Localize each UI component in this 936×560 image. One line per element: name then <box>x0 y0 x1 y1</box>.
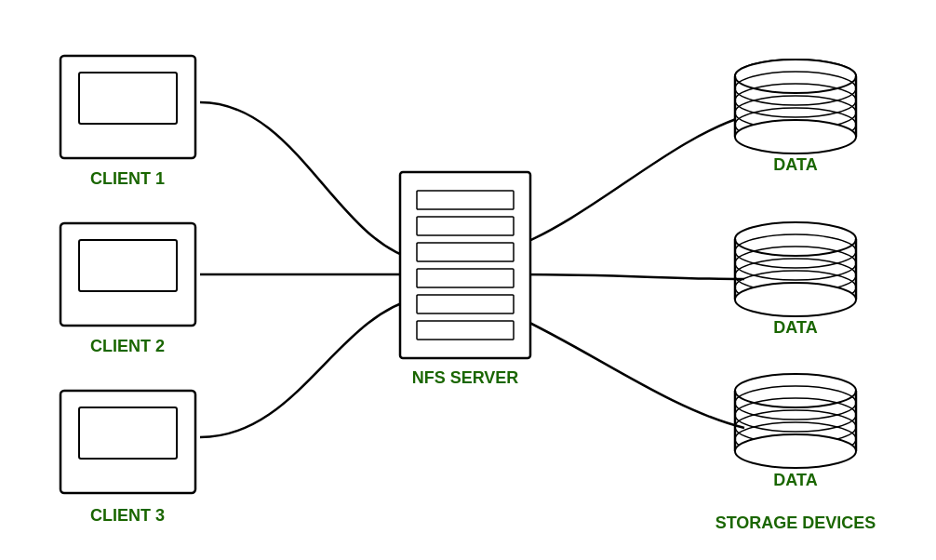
data2-label: DATA <box>773 318 817 337</box>
server-rack-2 <box>417 217 514 235</box>
server-rack-3 <box>417 243 514 261</box>
server-rack-4 <box>417 269 514 287</box>
storage-devices-label: STORAGE DEVICES <box>715 513 876 532</box>
storage1-bottom2 <box>735 120 856 153</box>
storage3-bottom <box>735 434 856 468</box>
client2-screen <box>79 240 177 291</box>
client3-label: CLIENT 3 <box>90 506 165 525</box>
data1-label: DATA <box>773 155 817 174</box>
storage2-bottom <box>735 283 856 316</box>
client1-screen <box>79 73 177 124</box>
server-rack-6 <box>417 321 514 340</box>
server-rack-1 <box>417 191 514 209</box>
nfs-server-label: NFS SERVER <box>412 368 519 387</box>
server-rack-5 <box>417 295 514 313</box>
client2-label: CLIENT 2 <box>90 337 165 355</box>
data3-label: DATA <box>773 471 817 489</box>
client3-screen <box>79 407 177 459</box>
client1-label: CLIENT 1 <box>90 169 165 188</box>
